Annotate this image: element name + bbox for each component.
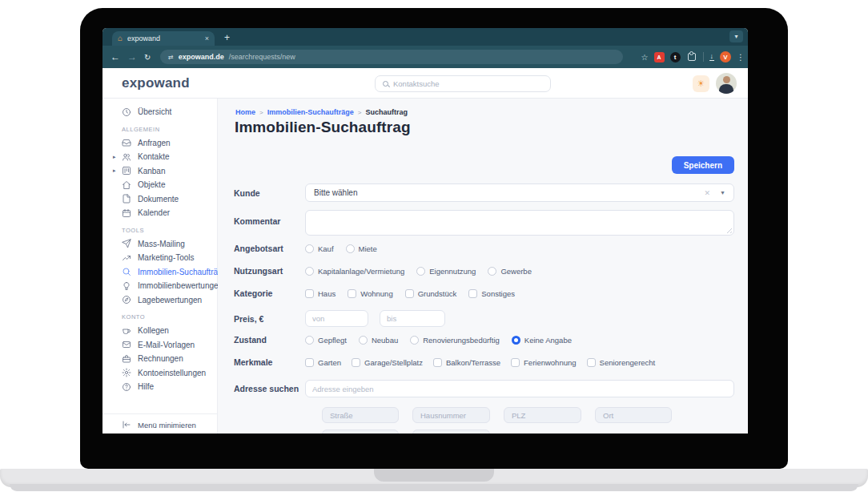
radio-icon[interactable]: [305, 267, 314, 276]
adresse-input[interactable]: [305, 380, 734, 397]
sidebar-item-mass-mailing[interactable]: Mass-Mailing: [102, 237, 217, 252]
extensions-puzzle-icon[interactable]: [688, 53, 696, 61]
checkbox-icon[interactable]: [352, 358, 360, 367]
radio-neubau[interactable]: Neubau: [359, 336, 398, 345]
checkbox-grundstueck[interactable]: Grundstück: [405, 289, 457, 298]
radio-selected-icon[interactable]: [512, 336, 520, 345]
radio-kauf[interactable]: Kauf: [305, 244, 334, 253]
sidebar-item-kontoeinstellungen[interactable]: Kontoeinstellungen: [102, 366, 217, 381]
chevron-right-icon[interactable]: ▸: [113, 167, 116, 174]
checkbox-icon[interactable]: [511, 358, 520, 367]
new-tab-button[interactable]: +: [224, 31, 230, 44]
sidebar-item-kanban[interactable]: ▸ Kanban: [102, 164, 217, 179]
save-button[interactable]: Speichern: [672, 156, 734, 174]
sidebar-item-hilfe[interactable]: Hilfe: [102, 380, 217, 394]
reload-icon[interactable]: ↻: [144, 46, 151, 68]
lightbulb-icon: [122, 281, 131, 291]
radio-miete[interactable]: Miete: [346, 244, 377, 253]
radio-icon[interactable]: [410, 336, 419, 345]
radio-icon[interactable]: [488, 267, 496, 276]
sidebar-minimize-button[interactable]: Menü minimieren: [122, 420, 196, 429]
kunde-select[interactable]: Bitte wählen ✕ ▼: [305, 183, 734, 202]
preis-bis-input[interactable]: [380, 310, 445, 327]
checkbox-garage[interactable]: Garage/Stellplatz: [352, 358, 423, 367]
address-detail-extra[interactable]: [322, 429, 399, 434]
checkbox-icon[interactable]: [587, 358, 596, 367]
chevron-down-icon[interactable]: ▾: [729, 30, 743, 42]
breadcrumb-suchauftraege[interactable]: Immobilien-Suchaufträge: [267, 108, 354, 116]
sidebar-item-uebersicht[interactable]: Übersicht: [102, 105, 217, 119]
ort-input[interactable]: [595, 407, 672, 423]
checkbox-icon[interactable]: [433, 358, 442, 367]
radio-icon[interactable]: [305, 244, 314, 253]
laptop-base-lip: [10, 484, 858, 491]
app-logo[interactable]: expowand: [122, 75, 190, 91]
checkbox-ferienwohnung[interactable]: Ferienwohnung: [511, 358, 577, 367]
breadcrumb-home[interactable]: Home: [235, 108, 255, 116]
checkbox-icon[interactable]: [405, 289, 414, 298]
browser-profile-avatar[interactable]: V: [720, 51, 731, 63]
sidebar-item-lagebewertungen[interactable]: Lagebewertungen: [102, 293, 217, 308]
browser-tab[interactable]: ⌂ expowand ×: [112, 31, 215, 46]
dropdown-arrow-icon[interactable]: ▼: [720, 190, 725, 196]
plz-input[interactable]: [504, 407, 581, 423]
tune-icon[interactable]: ⇄: [168, 54, 174, 61]
radio-icon[interactable]: [416, 267, 425, 276]
radio-icon[interactable]: [346, 244, 355, 253]
sidebar-item-kollegen[interactable]: Kollegen: [102, 324, 217, 338]
clear-icon[interactable]: ✕: [705, 189, 711, 197]
checkbox-balkon[interactable]: Balkon/Terrasse: [433, 358, 500, 367]
theme-toggle-button[interactable]: ☀: [693, 75, 709, 92]
sidebar-item-anfragen[interactable]: Anfragen: [102, 136, 217, 151]
checkbox-haus[interactable]: Haus: [305, 289, 336, 298]
preis-von-input[interactable]: [305, 310, 368, 327]
tab-close-icon[interactable]: ×: [205, 35, 209, 42]
forward-icon[interactable]: →: [127, 46, 137, 68]
dark-extension-icon[interactable]: t: [670, 52, 681, 63]
tab-title: expowand: [127, 34, 200, 42]
radio-renovierungsbeduerftig[interactable]: Renovierungsbedürftig: [410, 336, 500, 345]
sidebar-item-immobilienbewertungen[interactable]: Immobilienbewertungen: [102, 279, 217, 293]
resize-handle[interactable]: [726, 228, 732, 233]
radio-gepflegt[interactable]: Gepflegt: [305, 336, 347, 345]
bookmark-star-icon[interactable]: ☆: [641, 53, 649, 62]
chevron-right-icon[interactable]: ▸: [113, 154, 116, 160]
contact-search-input[interactable]: Kontaktsuche: [375, 75, 551, 92]
sidebar-item-email-vorlagen[interactable]: E-Mail-Vorlagen: [102, 338, 217, 353]
url-bar[interactable]: ⇄ expowand.de /searchrequests/new: [160, 50, 623, 64]
strasse-input[interactable]: [322, 407, 399, 423]
radio-kapitalanlage[interactable]: Kapitalanlage/Vermietung: [305, 267, 404, 276]
sidebar-item-kalender[interactable]: Kalender: [102, 206, 217, 220]
checkbox-sonstiges[interactable]: Sonstiges: [468, 289, 515, 298]
checkbox-icon[interactable]: [305, 289, 314, 298]
menu-dots-icon[interactable]: ⋮: [737, 53, 745, 62]
sidebar-item-dokumente[interactable]: Dokumente: [102, 192, 217, 207]
question-circle-icon: [122, 382, 131, 392]
kommentar-textarea[interactable]: [305, 210, 734, 236]
sidebar-item-immobilien-suchauftraege[interactable]: Immobilien-Suchaufträge: [102, 265, 217, 280]
checkbox-wohnung[interactable]: Wohnung: [348, 289, 393, 298]
user-avatar[interactable]: [716, 73, 737, 94]
radio-eigennutzung[interactable]: Eigennutzung: [416, 267, 476, 276]
sidebar-item-rechnungen[interactable]: Rechnungen: [102, 352, 217, 366]
radio-gewerbe[interactable]: Gewerbe: [488, 267, 532, 276]
download-icon[interactable]: ↓: [709, 53, 715, 61]
checkbox-garten[interactable]: Garten: [305, 358, 341, 367]
radio-keine-angabe[interactable]: Keine Angabe: [512, 336, 572, 345]
compass-icon: [122, 295, 131, 304]
users-icon: [122, 152, 131, 162]
sidebar-item-objekte[interactable]: Objekte: [102, 178, 217, 192]
back-icon[interactable]: ←: [111, 46, 120, 68]
sidebar-item-kontakte[interactable]: ▸ Kontakte: [102, 150, 217, 164]
address-detail-extra[interactable]: [412, 429, 490, 434]
checkbox-seniorengerecht[interactable]: Seniorengerecht: [587, 358, 656, 367]
checkbox-icon[interactable]: [305, 358, 314, 367]
sidebar: Übersicht ALLGEMEIN Anfragen ▸ Kontakte …: [102, 99, 218, 434]
pdf-extension-icon[interactable]: A: [654, 52, 665, 63]
checkbox-icon[interactable]: [468, 289, 477, 298]
checkbox-icon[interactable]: [348, 289, 356, 298]
radio-icon[interactable]: [359, 336, 368, 345]
radio-icon[interactable]: [305, 336, 314, 345]
hausnummer-input[interactable]: [412, 407, 490, 423]
sidebar-item-marketing-tools[interactable]: Marketing-Tools: [102, 251, 217, 265]
